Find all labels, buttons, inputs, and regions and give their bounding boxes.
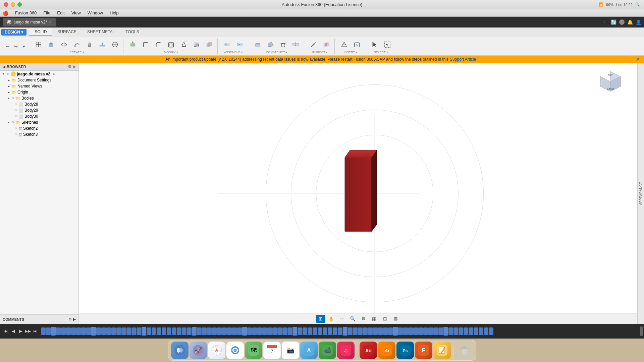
tree-body30[interactable]: 👁 ⬜ Body30 (0, 113, 78, 119)
timeline-marker-35[interactable] (212, 327, 217, 335)
dock-trash[interactable] (456, 342, 473, 359)
undo-dropdown[interactable]: ▾ (20, 43, 28, 50)
timeline-marker-40[interactable] (237, 327, 242, 335)
timeline-marker-7[interactable] (71, 327, 76, 335)
extrude-button[interactable] (45, 39, 57, 51)
comments-settings-icon[interactable]: ⚙ (68, 317, 72, 321)
timeline-marker-30[interactable] (187, 327, 192, 335)
timeline-marker-2[interactable] (46, 327, 51, 335)
timeline-marker-6[interactable] (66, 327, 71, 335)
tree-sketches[interactable]: ▼ 👁 📁 Sketches (0, 119, 78, 125)
timeline-marker-41[interactable] (242, 327, 247, 336)
timeline-marker-53[interactable] (303, 327, 307, 335)
timeline-marker-63[interactable] (353, 327, 358, 335)
dock-chrome[interactable] (226, 342, 244, 359)
timeline-marker-8[interactable] (76, 327, 81, 335)
tangent-plane-button[interactable] (277, 39, 289, 51)
dock-facetime[interactable]: 📹 (319, 342, 336, 359)
timeline-marker-89[interactable] (484, 327, 488, 335)
timeline-marker-67[interactable] (373, 327, 378, 335)
appearance-tab[interactable]: APPEARANCE (638, 181, 643, 206)
menu-help[interactable]: Help (107, 10, 121, 16)
select-button[interactable] (369, 39, 381, 51)
timeline-marker-86[interactable] (469, 327, 473, 335)
timeline-marker-87[interactable] (474, 327, 478, 335)
timeline-marker-36[interactable] (217, 327, 222, 335)
timeline-marker-90[interactable] (489, 327, 493, 335)
close-button[interactable] (4, 2, 8, 7)
rib-button[interactable] (96, 39, 108, 51)
timeline-marker-48[interactable] (277, 327, 282, 335)
tree-named-views[interactable]: ▶ 📁 Named Views (0, 83, 78, 89)
shell-button[interactable] (165, 39, 177, 51)
timeline-marker-79[interactable] (433, 327, 438, 335)
timeline-marker-31[interactable] (192, 327, 197, 336)
dock-calendar[interactable]: 7 (263, 342, 281, 359)
dock-fusion360[interactable]: F (415, 342, 432, 359)
fit-all-button[interactable]: ⊞ (316, 315, 325, 323)
plane-at-angle-button[interactable] (264, 39, 276, 51)
tree-body28[interactable]: 👁 ⬜ Body28 (0, 101, 78, 107)
bodies-arrow[interactable]: ▼ (7, 96, 11, 100)
timeline-marker-62[interactable] (348, 327, 353, 335)
insert-mesh-button[interactable] (338, 39, 350, 51)
timeline-marker-14[interactable] (106, 327, 111, 335)
zoom-window-button[interactable]: ⊡ (359, 315, 368, 323)
timeline-marker-42[interactable] (247, 327, 252, 335)
timeline-marker-61[interactable] (343, 327, 347, 336)
menu-view[interactable]: View (69, 10, 84, 16)
interference-button[interactable] (320, 39, 332, 51)
timeline-marker-81[interactable] (443, 327, 448, 336)
tree-bodies[interactable]: ▼ 👁 📁 Bodies (0, 95, 78, 101)
display-settings-button[interactable]: ⊞ (380, 315, 390, 323)
insert-svg-button[interactable] (351, 39, 363, 51)
timeline-prev-button[interactable]: ◀ (10, 328, 16, 334)
effects-button[interactable]: ⊠ (391, 315, 400, 323)
named-views-arrow[interactable]: ▶ (7, 84, 11, 88)
web-button[interactable] (109, 39, 121, 51)
as-built-joint-button[interactable] (234, 39, 246, 51)
dock-photoshop[interactable]: Ps (396, 342, 414, 359)
timeline-marker-85[interactable] (464, 327, 468, 335)
bell-icon[interactable]: 🔔 (627, 19, 633, 25)
dock-photos[interactable]: 📷 (282, 342, 299, 359)
timeline-marker-75[interactable] (413, 327, 418, 335)
timeline-marker-59[interactable] (333, 327, 337, 335)
measure-button[interactable] (308, 39, 320, 51)
tree-root[interactable]: ▼ 👁 🟡 juego de mesa v2 ⚙ (0, 71, 78, 77)
search-icon[interactable]: 🔍 (635, 2, 640, 7)
timeline-marker-60[interactable] (338, 327, 342, 335)
sketch3-visibility-icon[interactable]: 👁 (15, 133, 18, 136)
minimize-button[interactable] (11, 2, 15, 7)
dock-acrobat[interactable]: Ac (360, 342, 377, 359)
timeline-marker-4[interactable] (56, 327, 61, 335)
dock-launchpad[interactable]: 🚀 (190, 342, 207, 359)
timeline-marker-58[interactable] (328, 327, 332, 335)
timeline-marker-25[interactable] (162, 327, 166, 335)
joint-button[interactable] (221, 39, 233, 51)
tree-sketch3[interactable]: 👁 ◱ Sketch3 (0, 131, 78, 137)
root-settings-icon[interactable]: ⚙ (53, 72, 56, 76)
combine-button[interactable] (203, 39, 215, 51)
comments-expand-icon[interactable]: ▶ (73, 317, 76, 321)
timeline-marker-24[interactable] (157, 327, 161, 335)
timeline-marker-12[interactable] (96, 327, 101, 335)
timeline-marker-11[interactable] (91, 327, 96, 336)
timeline-marker-77[interactable] (423, 327, 428, 335)
timeline-marker-38[interactable] (227, 327, 232, 335)
tree-document-settings[interactable]: ▶ 📁 Document Settings (0, 77, 78, 83)
timeline-marker-46[interactable] (267, 327, 272, 335)
timeline-marker-34[interactable] (207, 327, 212, 335)
browser-settings-icon[interactable]: ⚙ (68, 64, 71, 69)
apple-menu[interactable]: 🍎 (3, 10, 8, 16)
root-visibility-icon[interactable]: 👁 (6, 72, 9, 76)
undo-button[interactable]: ↩ (4, 43, 11, 50)
document-tab[interactable]: 🎲 juego de mesa v2* ✕ (3, 18, 56, 26)
timeline-marker-3[interactable] (51, 327, 56, 336)
support-article-link[interactable]: Support Article (450, 57, 476, 62)
window-select-button[interactable] (381, 39, 393, 51)
loft-button[interactable] (84, 39, 96, 51)
timeline-marker-29[interactable] (182, 327, 186, 335)
scale-button[interactable] (191, 39, 203, 51)
timeline-marker-18[interactable] (126, 327, 131, 335)
